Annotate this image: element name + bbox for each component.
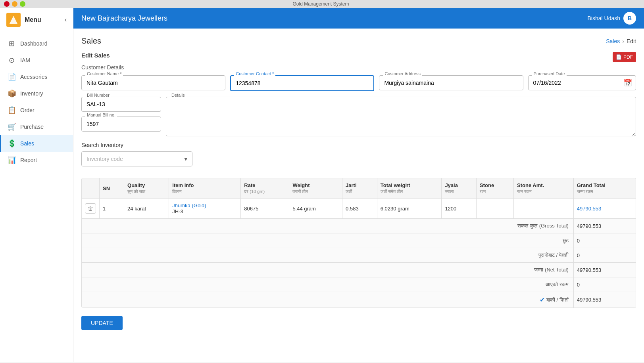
received-value: 0	[573, 277, 636, 292]
report-icon: 📊	[8, 156, 15, 164]
sidebar-item-sales[interactable]: 💲 Sales	[0, 135, 73, 152]
customer-address-label: Customer Address	[383, 71, 422, 76]
item-name-link[interactable]: Jhumka (Gold)	[172, 203, 206, 208]
window-controls[interactable]	[4, 1, 25, 7]
sidebar-item-accessories[interactable]: 📄 Acessories	[0, 69, 73, 85]
balance-text: बाकी / फिर्ता	[546, 297, 569, 303]
content-area: Sales Sales › Edit 📄 PDF Edit Sales Cust…	[73, 29, 644, 362]
sidebar-item-report[interactable]: 📊 Report	[0, 152, 73, 168]
action-cell: 🗑	[82, 199, 100, 219]
received-row: आएको रकम 0	[82, 277, 636, 292]
main-area: New Bajracharya Jewellers Bishal Udash B…	[73, 8, 644, 362]
customer-details-row1: Customer Name * Customer Contact * Custo…	[81, 75, 636, 91]
search-inventory-section: Search Inventory Inventory code ▼	[81, 142, 636, 166]
details-textarea[interactable]	[166, 97, 636, 136]
sidebar-menu-label: Menu	[25, 16, 41, 23]
col-jarti: Jartiजर्ती	[342, 178, 377, 199]
manual-bill-input[interactable]	[81, 117, 161, 132]
received-label: आएको रकम	[82, 277, 573, 292]
bill-number-input[interactable]	[81, 97, 161, 112]
section-title: Edit Sales	[81, 52, 636, 59]
customer-address-input[interactable]	[379, 75, 523, 90]
sidebar-item-label-order: Order	[20, 107, 35, 113]
advance-row: पुरानोबाट / पेश्की 0	[82, 248, 636, 263]
minimize-button[interactable]	[12, 1, 17, 7]
advance-value: 0	[573, 248, 636, 263]
page-header: Sales Sales › Edit	[81, 36, 636, 46]
delete-row-button[interactable]: 🗑	[85, 203, 96, 214]
details-field: Details	[166, 97, 636, 136]
gross-total-label: सकल कुल (Gross Total)	[82, 219, 573, 233]
net-total-label: जम्मा (Net Total)	[82, 263, 573, 277]
purchased-date-label: Purchased Date	[532, 71, 567, 76]
pdf-button[interactable]: 📄 PDF	[613, 52, 636, 62]
items-table: SN Qualityसुन को जात Item Infoविवरण Rate…	[82, 178, 636, 308]
balance-label: ✔ बाकी / फिर्ता	[82, 292, 573, 308]
jarti-cell: 0.583	[342, 199, 377, 219]
calendar-icon[interactable]: 📅	[623, 78, 632, 87]
sidebar-item-label-inventory: Inventory	[20, 90, 43, 97]
items-table-wrapper: SN Qualityसुन को जात Item Infoविवरण Rate…	[81, 178, 636, 308]
item-info-cell: Jhumka (Gold) JH-3	[169, 199, 241, 219]
customer-contact-label: Customer Contact *	[234, 71, 275, 76]
dashboard-icon: ⊞	[8, 39, 15, 48]
jyala-cell: 1200	[442, 199, 477, 219]
col-quality: Qualityसुन को जात	[124, 178, 169, 199]
order-icon: 📋	[8, 106, 15, 115]
bill-number-label: Bill Number	[85, 93, 111, 97]
purchased-date-field: Purchased Date 📅	[528, 75, 636, 91]
sidebar-item-label-report: Report	[20, 157, 37, 163]
sales-icon: 💲	[8, 139, 15, 148]
sidebar-item-label-purchase: Purchase	[20, 124, 44, 130]
logo-icon	[6, 13, 21, 27]
avatar: B	[623, 12, 636, 25]
breadcrumb-parent[interactable]: Sales	[606, 38, 620, 44]
col-rate: Rateदर (10 gm)	[241, 178, 289, 199]
bill-number-field: Bill Number	[81, 97, 161, 112]
net-total-row: जम्मा (Net Total) 49790.553	[82, 263, 636, 277]
discount-value: 0	[573, 233, 636, 248]
sidebar-item-label-sales: Sales	[20, 140, 34, 147]
sn-cell: 1	[100, 199, 124, 219]
section-divider	[81, 173, 636, 173]
customer-details-row2: Bill Number Manual Bill no. Details	[81, 97, 636, 136]
balance-value: 49790.553	[573, 292, 636, 308]
inventory-icon: 📦	[8, 89, 15, 98]
sidebar-collapse-button[interactable]: ‹	[65, 16, 67, 23]
sidebar-item-label-iam: IAM	[20, 57, 30, 63]
customer-section-title: Customer Details	[81, 64, 636, 71]
pdf-label: PDF	[623, 54, 633, 60]
sidebar-item-label-accessories: Acessories	[20, 74, 47, 80]
accessories-icon: 📄	[8, 73, 15, 81]
sidebar-item-inventory[interactable]: 📦 Inventory	[0, 85, 73, 102]
sidebar-item-dashboard[interactable]: ⊞ Dashboard	[0, 35, 73, 52]
net-total-value: 49790.553	[573, 263, 636, 277]
customer-name-input[interactable]	[81, 75, 225, 90]
stone-amt-cell	[514, 199, 574, 219]
customer-address-field: Customer Address	[379, 75, 523, 91]
col-stone-amt: Stone Amt.रत्न रकम	[514, 178, 574, 199]
sidebar-item-order[interactable]: 📋 Order	[0, 102, 73, 118]
sidebar-item-iam[interactable]: ⊙ IAM	[0, 52, 73, 69]
update-button[interactable]: UPDATE	[81, 316, 123, 330]
gross-total-row: सकल कुल (Gross Total) 49790.553	[82, 219, 636, 233]
col-sn: SN	[100, 178, 124, 199]
purchased-date-input[interactable]	[528, 75, 636, 90]
col-action	[82, 178, 100, 199]
quality-cell: 24 karat	[124, 199, 169, 219]
customer-contact-input[interactable]	[230, 75, 374, 91]
sidebar-item-purchase[interactable]: 🛒 Purchase	[0, 118, 73, 135]
maximize-button[interactable]	[20, 1, 25, 7]
inventory-code-select[interactable]: Inventory code	[81, 151, 192, 166]
discount-label: छुट	[82, 233, 573, 248]
rate-cell: 80675	[241, 199, 289, 219]
sidebar-item-label-dashboard: Dashboard	[20, 40, 48, 47]
app-title: Gold Management System	[292, 1, 349, 7]
close-button[interactable]	[4, 1, 10, 7]
breadcrumb-current: Edit	[627, 38, 636, 44]
balance-row: ✔ बाकी / फिर्ता 49790.553	[82, 292, 636, 308]
gross-total-value: 49790.553	[573, 219, 636, 233]
sidebar-nav: ⊞ Dashboard ⊙ IAM 📄 Acessories 📦 Invento…	[0, 32, 73, 362]
app-header: New Bajracharya Jewellers Bishal Udash B	[73, 8, 644, 29]
col-grand-total: Grand Totalजम्मा रकम	[573, 178, 636, 199]
